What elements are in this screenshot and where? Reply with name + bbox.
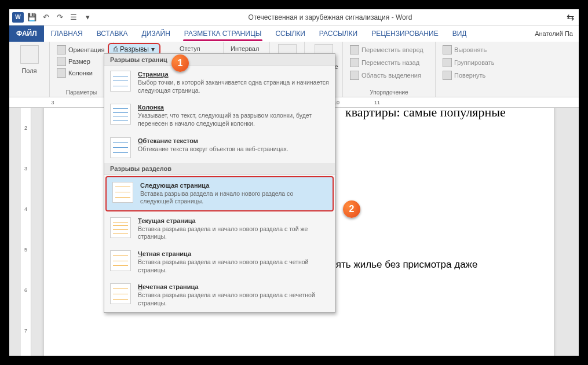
ruler-tick: 6 <box>21 270 31 311</box>
ruler-tick: 2 <box>21 108 31 148</box>
indent-label: Отступ <box>177 44 218 53</box>
next-page-icon <box>112 182 133 203</box>
menu-desc: Указывает, что текст, следующий за разры… <box>138 112 329 127</box>
page-break-icon <box>110 71 131 92</box>
tab-home[interactable]: ГЛАВНАЯ <box>44 25 90 42</box>
menu-desc: Вставка разрыва раздела и начало нового … <box>140 190 327 206</box>
menu-item-column-break[interactable]: Колонка Указывает, что текст, следующий … <box>104 99 335 132</box>
window-title: Отечественная и зарубежная сигнализация … <box>94 13 567 21</box>
menu-desc: Выбор точки, в которой заканчивается одн… <box>138 79 329 94</box>
size-button[interactable]: Размер <box>54 56 108 67</box>
tab-mailings[interactable]: РАССЫЛКИ <box>312 25 364 42</box>
even-page-icon <box>110 250 131 271</box>
bring-forward-icon <box>350 45 359 54</box>
align-icon <box>443 45 452 54</box>
annotation-callout-1: 1 <box>171 54 189 72</box>
menu-item-page-break[interactable]: Страница Выбор точки, в которой заканчив… <box>104 66 335 99</box>
menu-title: Следующая страница <box>140 182 327 189</box>
ruler-tick: 3 <box>21 148 31 189</box>
column-break-icon <box>110 104 131 125</box>
columns-icon <box>57 68 66 78</box>
menu-title: Четная страница <box>138 250 329 257</box>
menu-item-next-page[interactable]: Следующая страница Вставка разрыва разде… <box>105 176 334 211</box>
size-icon <box>57 57 66 66</box>
tab-design[interactable]: ДИЗАЙН <box>135 25 177 42</box>
tab-insert[interactable]: ВСТАВКА <box>90 25 135 42</box>
touch-mode-icon[interactable]: ☰ <box>67 11 80 24</box>
user-name[interactable]: Анатолий Па <box>529 25 579 42</box>
continuous-icon <box>110 217 131 238</box>
menu-title: ООбтекание текстомбтекание текстом <box>138 137 329 144</box>
tab-view[interactable]: ВИД <box>445 25 474 42</box>
margins-icon <box>20 45 39 64</box>
dropdown-header-page-breaks: Разрывы страниц <box>104 54 335 66</box>
group-arrange-1: Переместить вперед Переместить назад Обл… <box>343 42 436 97</box>
ruler-tick: 7 <box>21 311 31 351</box>
menu-title: Нечетная страница <box>138 283 329 290</box>
align-button[interactable]: Выровнять <box>440 44 506 56</box>
columns-button[interactable]: Колонки <box>54 67 108 79</box>
margins-button[interactable]: Поля <box>14 44 45 75</box>
ruler-tick: 5 <box>21 229 31 270</box>
menu-item-continuous[interactable]: Текущая страница Вставка разрыва раздела… <box>104 213 335 246</box>
quick-access-toolbar: W 💾 ↶ ↷ ☰ ▾ <box>9 11 94 24</box>
menu-title: Страница <box>138 71 329 78</box>
save-icon[interactable]: 💾 <box>25 11 38 24</box>
arrange-group-label: Упорядочение <box>343 89 435 96</box>
vertical-ruler[interactable]: 2 3 4 5 6 7 <box>21 108 31 356</box>
redo-icon[interactable]: ↷ <box>53 11 66 24</box>
undo-icon[interactable]: ↶ <box>39 11 52 24</box>
selection-pane-icon <box>350 71 359 80</box>
menu-desc: Вставка разрыва раздела и начало нового … <box>138 291 329 307</box>
ruler-tick: 3 <box>32 100 73 105</box>
menu-title: Текущая страница <box>138 217 329 224</box>
ruler-tick: 4 <box>21 189 31 229</box>
odd-page-icon <box>110 283 131 304</box>
group-arrange-2: Выровнять Группировать Повернуть <box>436 42 511 97</box>
menu-item-text-wrapping[interactable]: ООбтекание текстомбтекание текстом Обтек… <box>104 133 335 163</box>
orientation-icon <box>57 45 66 54</box>
qat-customize-icon[interactable]: ▾ <box>81 11 94 24</box>
menu-title: Колонка <box>138 104 329 111</box>
send-backward-button[interactable]: Переместить назад <box>348 57 430 68</box>
spacing-label: Интервал <box>228 44 265 53</box>
ribbon-tabs: ФАЙЛ ГЛАВНАЯ ВСТАВКА ДИЗАЙН РАЗМЕТКА СТР… <box>9 25 579 42</box>
group-margins: Поля <box>9 42 50 97</box>
menu-desc: Вставка разрыва раздела и начало нового … <box>138 225 329 241</box>
breaks-dropdown: Разрывы страниц Страница Выбор точки, в … <box>104 53 335 313</box>
send-backward-icon <box>350 58 359 67</box>
dropdown-header-section-breaks: Разрывы разделов <box>104 163 335 175</box>
tab-review[interactable]: РЕЦЕНЗИРОВАНИЕ <box>364 25 445 42</box>
tab-page-layout[interactable]: РАЗМЕТКА СТРАНИЦЫ <box>177 25 269 42</box>
group-icon <box>443 58 452 67</box>
title-bar: W 💾 ↶ ↷ ☰ ▾ Отечественная и зарубежная с… <box>9 9 579 25</box>
tab-file[interactable]: ФАЙЛ <box>9 25 44 42</box>
text-wrapping-icon <box>110 137 131 158</box>
menu-item-odd-page[interactable]: Нечетная страница Вставка разрыва раздел… <box>104 279 335 312</box>
orientation-label: Ориентация <box>68 46 104 53</box>
word-icon: W <box>12 11 24 24</box>
rotate-icon <box>443 71 452 80</box>
selection-pane-button[interactable]: Область выделения <box>348 70 430 81</box>
menu-desc: Обтекание текста вокруг объектов на веб-… <box>138 145 329 154</box>
menu-item-even-page[interactable]: Четная страница Вставка разрыва раздела … <box>104 246 335 279</box>
doc-heading-partial: квартиры: самые популярные <box>345 108 536 120</box>
ruler-tick: 11 <box>357 100 397 105</box>
ribbon-options-icon[interactable]: ⇆ <box>567 12 579 23</box>
orientation-button[interactable]: Ориентация <box>54 44 108 56</box>
bring-forward-button[interactable]: Переместить вперед <box>348 44 430 56</box>
margins-label: Поля <box>21 67 36 74</box>
size-label: Размер <box>68 58 90 65</box>
rotate-button[interactable]: Повернуть <box>440 70 506 81</box>
columns-label: Колонки <box>68 70 93 76</box>
annotation-callout-2: 2 <box>343 200 360 218</box>
group-button[interactable]: Группировать <box>440 57 506 68</box>
menu-desc: Вставка разрыва раздела и начало нового … <box>138 258 329 274</box>
tab-references[interactable]: ССЫЛКИ <box>268 25 312 42</box>
